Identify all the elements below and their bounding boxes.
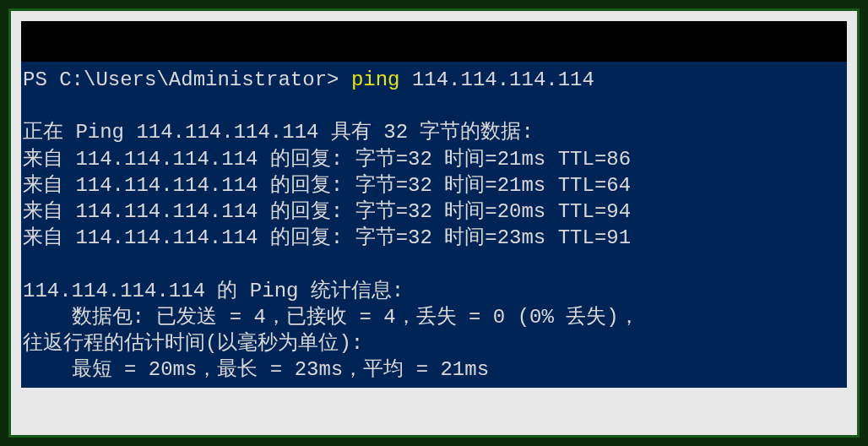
- stats-header: 114.114.114.114 的 Ping 统计信息:: [23, 280, 404, 302]
- rtt-header: 往返行程的估计时间(以毫秒为单位):: [23, 332, 363, 355]
- ping-reply-1: 来自 114.114.114.114 的回复: 字节=32 时间=21ms TT…: [23, 148, 631, 171]
- ping-reply-2: 来自 114.114.114.114 的回复: 字节=32 时间=21ms TT…: [23, 174, 631, 197]
- ping-header: 正在 Ping 114.114.114.114 具有 32 字节的数据:: [23, 121, 534, 144]
- stats-packets: 数据包: 已发送 = 4，已接收 = 4，丢失 = 0 (0% 丢失)，: [23, 306, 639, 329]
- powershell-terminal[interactable]: PS C:\Users\Administrator> ping 114.114.…: [21, 62, 847, 388]
- screenshot-frame: PS C:\Users\Administrator> ping 114.114.…: [8, 8, 860, 438]
- ping-reply-3: 来自 114.114.114.114 的回复: 字节=32 时间=20ms TT…: [23, 200, 631, 223]
- top-black-strip: [21, 21, 847, 62]
- command-name: ping: [351, 68, 400, 91]
- rtt-values: 最短 = 20ms，最长 = 23ms，平均 = 21ms: [23, 358, 489, 381]
- ping-reply-4: 来自 114.114.114.114 的回复: 字节=32 时间=23ms TT…: [23, 226, 631, 249]
- bottom-strip: [21, 388, 847, 425]
- prompt-text: PS C:\Users\Administrator>: [23, 68, 351, 91]
- command-arg: 114.114.114.114: [399, 68, 594, 91]
